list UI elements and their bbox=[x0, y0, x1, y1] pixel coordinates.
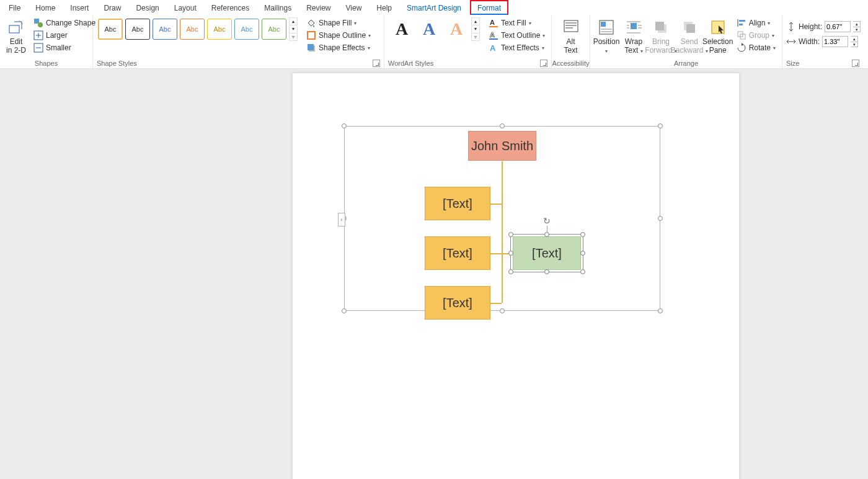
resize-handle[interactable] bbox=[508, 269, 513, 274]
wordart-gallery[interactable]: A A A ▴▾▿ bbox=[388, 17, 480, 41]
position-button[interactable]: Position▾ bbox=[594, 17, 619, 56]
text-effects-icon: A bbox=[489, 43, 498, 53]
tab-file[interactable]: File bbox=[2, 1, 27, 14]
alt-text-button[interactable]: Alt Text bbox=[559, 17, 583, 56]
larger-button[interactable]: Larger bbox=[31, 30, 103, 41]
shape-style-swatch[interactable]: Abc bbox=[207, 19, 232, 40]
gallery-up-icon[interactable]: ▴ bbox=[472, 18, 479, 25]
wrap-text-label: Wrap Text ▾ bbox=[624, 37, 642, 55]
shape-outline-button[interactable]: Shape Outline▾ bbox=[304, 30, 373, 41]
gallery-down-icon[interactable]: ▾ bbox=[290, 25, 297, 33]
wordart-swatch[interactable]: A bbox=[388, 18, 415, 40]
wordart-swatch[interactable]: A bbox=[415, 18, 443, 40]
selection-pane-label: Selection Pane bbox=[702, 37, 733, 55]
shape-effects-button[interactable]: Shape Effects▾ bbox=[304, 42, 373, 53]
size-launcher[interactable] bbox=[852, 60, 859, 67]
resize-handle[interactable] bbox=[580, 232, 585, 237]
wrap-text-button[interactable]: Wrap Text ▾ bbox=[621, 17, 646, 56]
change-shape-label: Change Shape bbox=[46, 19, 95, 27]
tab-view[interactable]: View bbox=[340, 1, 368, 14]
connector bbox=[490, 253, 502, 254]
resize-handle[interactable] bbox=[500, 123, 505, 128]
rotate-button[interactable]: Rotate▾ bbox=[734, 42, 778, 53]
width-input[interactable] bbox=[822, 36, 848, 47]
wordart-swatch[interactable]: A bbox=[443, 18, 470, 40]
edit-in-2d-button[interactable]: Edit in 2-D bbox=[4, 17, 29, 56]
connector bbox=[490, 204, 502, 205]
shape-style-swatch[interactable]: Abc bbox=[262, 19, 286, 40]
shape-fill-button[interactable]: Shape Fill▾ bbox=[304, 17, 373, 29]
resize-handle[interactable] bbox=[658, 308, 663, 313]
height-input[interactable] bbox=[825, 21, 851, 32]
gallery-more-icon[interactable]: ▿ bbox=[472, 34, 479, 40]
change-shape-button[interactable]: Change Shape▾ bbox=[31, 17, 103, 29]
resize-handle[interactable] bbox=[342, 123, 347, 128]
shape-style-gallery[interactable]: Abc Abc Abc Abc Abc Abc Abc ▴▾▿ bbox=[97, 17, 298, 41]
smartart-frame[interactable]: ‹ John Smith [Text] [Text] [Text] [Text]… bbox=[344, 126, 660, 311]
resize-handle[interactable] bbox=[500, 308, 505, 313]
width-spinner[interactable]: ▴▾ bbox=[851, 36, 858, 47]
shape-style-swatch[interactable]: Abc bbox=[125, 19, 150, 40]
group-button[interactable]: Group▾ bbox=[734, 30, 778, 41]
gallery-scroll[interactable]: ▴▾▿ bbox=[289, 17, 298, 41]
gallery-more-icon[interactable]: ▿ bbox=[290, 34, 297, 40]
bring-forward-icon bbox=[652, 19, 670, 36]
tab-home[interactable]: Home bbox=[29, 1, 61, 14]
smartart-node[interactable]: [Text] bbox=[425, 187, 490, 220]
shape-style-swatch[interactable]: Abc bbox=[153, 19, 177, 40]
edit-in-2d-label: Edit in 2-D bbox=[6, 37, 26, 55]
text-outline-button[interactable]: A Text Outline▾ bbox=[486, 30, 547, 41]
smartart-node[interactable]: [Text] bbox=[425, 286, 490, 320]
resize-handle[interactable] bbox=[508, 232, 513, 237]
text-effects-button[interactable]: A Text Effects▾ bbox=[486, 42, 547, 53]
rotate-handle[interactable]: ↻ bbox=[542, 216, 552, 226]
selection-pane-button[interactable]: Selection Pane bbox=[706, 17, 730, 56]
shape-style-swatch[interactable]: Abc bbox=[234, 19, 259, 40]
text-fill-button[interactable]: A Text Fill▾ bbox=[486, 17, 547, 29]
tab-layout[interactable]: Layout bbox=[168, 1, 203, 14]
tab-help[interactable]: Help bbox=[370, 1, 398, 14]
height-label: Height: bbox=[799, 22, 822, 31]
tab-format[interactable]: Format bbox=[470, 0, 508, 15]
tab-references[interactable]: References bbox=[205, 1, 255, 14]
rotate-icon bbox=[737, 43, 746, 53]
text-pane-toggle[interactable]: ‹ bbox=[338, 213, 345, 226]
smaller-button[interactable]: Smaller bbox=[31, 42, 103, 53]
document-area[interactable]: ‹ John Smith [Text] [Text] [Text] [Text]… bbox=[0, 69, 868, 479]
resize-handle[interactable] bbox=[544, 269, 549, 274]
edit-2d-icon bbox=[7, 19, 25, 36]
resize-handle[interactable] bbox=[544, 232, 549, 237]
svg-text:A: A bbox=[490, 19, 495, 26]
shape-style-swatch[interactable]: Abc bbox=[98, 19, 123, 40]
smartart-node[interactable]: [Text] bbox=[425, 236, 490, 270]
smartart-node-root[interactable]: John Smith bbox=[468, 131, 536, 161]
wordart-launcher[interactable] bbox=[540, 60, 547, 67]
gallery-up-icon[interactable]: ▴ bbox=[290, 18, 297, 25]
svg-text:A: A bbox=[490, 43, 496, 53]
resize-handle[interactable] bbox=[508, 251, 513, 256]
gallery-down-icon[interactable]: ▾ bbox=[472, 25, 479, 33]
send-backward-button[interactable]: Send Backward ▾ bbox=[676, 17, 703, 56]
shape-effects-icon bbox=[306, 43, 316, 53]
resize-handle[interactable] bbox=[658, 216, 663, 221]
bring-forward-button[interactable]: Bring Forward ▾ bbox=[649, 17, 673, 56]
tab-design[interactable]: Design bbox=[130, 1, 165, 14]
tab-mailings[interactable]: Mailings bbox=[258, 1, 298, 14]
height-spinner[interactable]: ▴▾ bbox=[853, 21, 861, 32]
resize-handle[interactable] bbox=[580, 251, 585, 256]
shape-style-swatch[interactable]: Abc bbox=[180, 19, 205, 40]
tab-review[interactable]: Review bbox=[300, 1, 337, 14]
smaller-label: Smaller bbox=[46, 43, 71, 52]
wrap-text-icon bbox=[625, 19, 642, 36]
tab-draw[interactable]: Draw bbox=[97, 1, 127, 14]
tab-smartart-design[interactable]: SmartArt Design bbox=[401, 1, 467, 14]
resize-handle[interactable] bbox=[580, 269, 585, 274]
gallery-scroll[interactable]: ▴▾▿ bbox=[471, 17, 480, 41]
shape-styles-launcher[interactable] bbox=[373, 60, 380, 67]
resize-handle[interactable] bbox=[658, 123, 663, 128]
svg-rect-18 bbox=[655, 22, 664, 30]
shape-fill-icon bbox=[306, 18, 316, 28]
tab-insert[interactable]: Insert bbox=[64, 1, 95, 14]
align-button[interactable]: Align▾ bbox=[734, 17, 778, 29]
resize-handle[interactable] bbox=[342, 308, 347, 313]
